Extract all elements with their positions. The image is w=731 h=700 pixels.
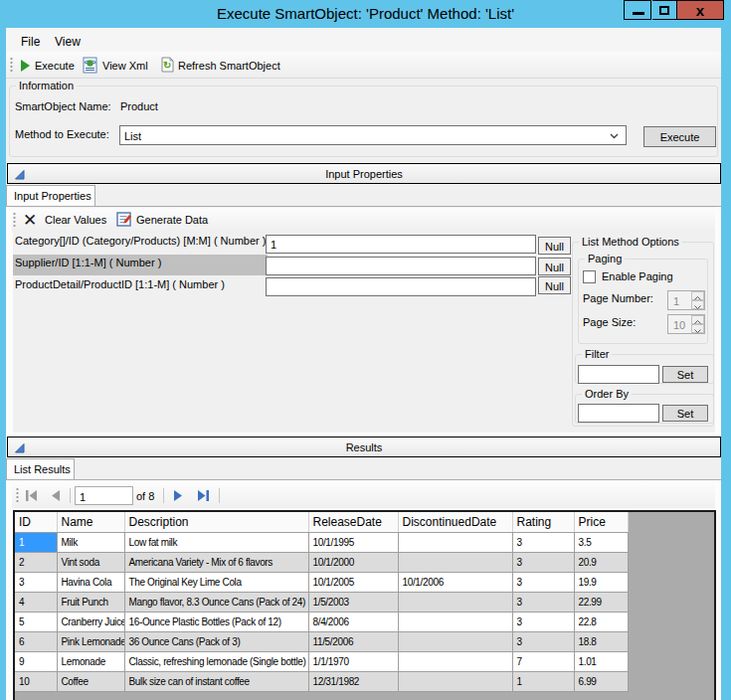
svg-text:↻: ↻ bbox=[163, 60, 171, 71]
